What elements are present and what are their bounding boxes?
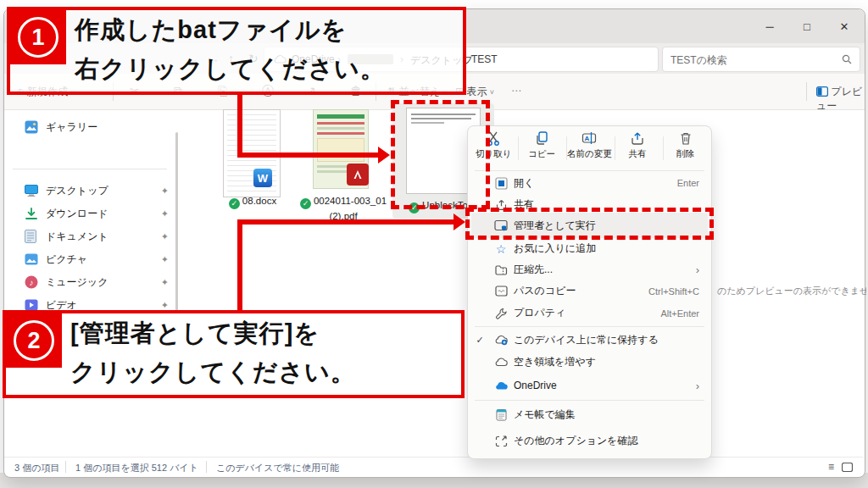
status-availability: このデバイスで常に使用可能 (216, 462, 339, 474)
quick-action-label: 削除 (676, 148, 694, 160)
pdf-badge-icon (347, 164, 369, 186)
context-menu: 切り取り コピー A 名前の変更 共有 (467, 125, 712, 459)
sidebar-item-downloads[interactable]: ダウンロード ✦ (25, 202, 169, 225)
step2-number: 2 (14, 320, 54, 361)
sync-check-icon: ✓ (229, 198, 240, 209)
documents-icon (25, 230, 36, 243)
quick-share-button[interactable]: 共有 (614, 130, 662, 169)
pin-icon: ✦ (161, 186, 169, 197)
large-thumbnails-view-icon[interactable] (842, 463, 853, 472)
pin-icon: ✦ (161, 254, 169, 265)
menu-item-label: OneDrive (514, 380, 696, 391)
file-name: ✓0024011-003_01 (298, 196, 389, 209)
annotation-connector-line (237, 219, 453, 225)
status-selection: 1 個の項目を選択 512 バイト (75, 462, 198, 474)
gallery-icon (25, 120, 38, 134)
search-input[interactable]: TESTの検索 (662, 47, 860, 72)
file-name: ✓08.docx (216, 196, 289, 209)
downloads-icon (25, 208, 38, 220)
maximize-button[interactable]: □ (788, 9, 826, 43)
sidebar-item-documents[interactable]: ドキュメント ✦ (25, 225, 169, 247)
menu-shortcut: Enter (677, 178, 699, 188)
sidebar-item-music[interactable]: ♪ ミュージック ✦ (25, 271, 169, 293)
open-icon (488, 177, 514, 190)
menu-item-edit-in-notepad[interactable]: メモ帳で編集 (471, 403, 708, 426)
sidebar-item-label: ミュージック (46, 275, 161, 290)
sidebar-item-gallery[interactable]: ギャラリー (25, 116, 152, 138)
share-icon (630, 130, 645, 146)
status-bar: 3 個の項目 1 個の項目を選択 512 バイト このデバイスで常に使用可能 ≡ (4, 457, 863, 477)
more-options-button[interactable]: ⋯ (511, 85, 521, 97)
step1-number: 1 (18, 17, 58, 58)
more-options-icon (488, 435, 514, 447)
menu-shortcut: Ctrl+Shift+C (648, 286, 699, 297)
navigation-pane: ギャラリー デスクトップ ✦ ダウンロード ✦ ドキュメント (4, 101, 175, 465)
menu-item-compress-to[interactable]: 圧縮先... › (471, 259, 708, 280)
highlight-dashed-box-bat-file (391, 100, 490, 209)
checkmark-icon: ✓ (471, 335, 488, 346)
minimize-button[interactable]: ─ (751, 9, 788, 43)
menu-item-add-to-favorites[interactable]: ☆ お気に入りに追加 (471, 238, 708, 259)
annotation-connector-line (237, 152, 378, 158)
step2-text-line2: クリックしてください。 (70, 352, 356, 391)
menu-shortcut: Alt+Enter (660, 308, 699, 319)
menu-item-onedrive[interactable]: OneDrive › (471, 374, 708, 397)
menu-item-label: お気に入りに追加 (514, 241, 699, 256)
highlight-dashed-box-run-as-admin (465, 208, 714, 240)
sync-check-icon: ✓ (300, 198, 311, 209)
file-item-pdf[interactable]: ✓0024011-003_01 (2).pdf (303, 104, 384, 231)
status-item-count: 3 個の項目 (14, 462, 59, 474)
step2-text-line1: [管理者として実行]を (70, 313, 320, 352)
search-icon (842, 54, 852, 64)
notepad-icon (488, 408, 514, 421)
svg-text:♪: ♪ (30, 278, 34, 287)
menu-item-label: このデバイス上に常に保持する (514, 333, 699, 347)
quick-action-label: コピー (528, 148, 555, 160)
preview-pane-message: のためプレビューの表示ができません。 (717, 285, 866, 297)
pin-icon: ✦ (161, 231, 169, 242)
desktop-icon (25, 185, 38, 197)
menu-item-free-up-space[interactable]: 空き領域を増やす (471, 351, 708, 374)
pictures-icon (25, 253, 38, 265)
pin-icon: ✦ (161, 300, 169, 311)
step1-text-line2: 右クリックしてください。 (75, 49, 386, 88)
quick-action-label: 名前の変更 (567, 148, 612, 160)
menu-item-label: プロパティ (514, 306, 660, 320)
menu-item-properties[interactable]: プロパティ Alt+Enter (471, 302, 708, 324)
delete-icon (678, 130, 693, 146)
videos-icon (25, 299, 38, 311)
menu-item-show-more-options[interactable]: その他のオプションを確認 (471, 430, 708, 452)
breadcrumb-test[interactable]: TEST (471, 53, 498, 65)
close-button[interactable]: ✕ (826, 9, 863, 43)
cloud-icon (488, 357, 514, 368)
menu-separator (475, 400, 704, 401)
svg-text:A: A (585, 135, 590, 142)
sidebar-item-label: デスクトップ (46, 184, 161, 198)
menu-separator (475, 170, 704, 171)
annotation-arrow-icon (453, 214, 465, 230)
music-icon: ♪ (25, 275, 38, 289)
preview-pane-icon (816, 86, 828, 97)
preview-toggle-button[interactable]: プレビュー (816, 85, 865, 114)
copy-path-icon (488, 286, 514, 297)
quick-rename-button[interactable]: A 名前の変更 (565, 130, 614, 169)
menu-item-open[interactable]: 開く Enter (471, 172, 708, 194)
pin-icon: ✦ (161, 277, 169, 288)
annotation-step1-box: 1 作成したbatファイルを 右クリックしてください。 (7, 7, 466, 95)
quick-delete-button[interactable]: 削除 (661, 130, 709, 169)
sidebar-item-pictures[interactable]: ピクチャ ✦ (25, 248, 169, 270)
sidebar-item-desktop[interactable]: デスクトップ ✦ (25, 180, 169, 202)
details-view-icon[interactable]: ≡ (828, 461, 834, 473)
menu-item-label: メモ帳で編集 (514, 408, 699, 422)
menu-item-always-keep-on-device[interactable]: ✓ このデバイス上に常に保持する (471, 329, 708, 351)
rename-icon: A (581, 130, 597, 146)
annotation-connector-line (237, 219, 242, 310)
pin-icon: ✦ (161, 208, 169, 219)
quick-copy-button[interactable]: コピー (518, 130, 566, 169)
file-item-docx[interactable]: W ✓08.docx (216, 104, 289, 214)
sidebar-item-label: ドキュメント (46, 230, 161, 244)
menu-item-label: 空き領域を増やす (514, 355, 699, 369)
menu-item-copy-path[interactable]: パスのコピー Ctrl+Shift+C (471, 280, 708, 302)
menu-item-label: パスのコピー (514, 284, 648, 298)
quick-actions-row: 切り取り コピー A 名前の変更 共有 (470, 130, 709, 169)
